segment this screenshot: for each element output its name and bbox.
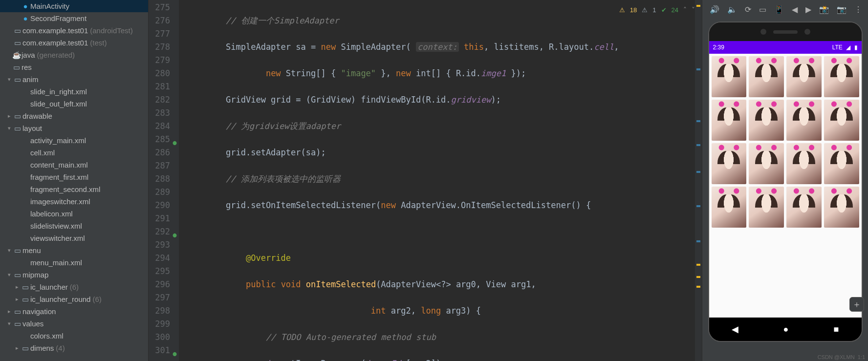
grid-image[interactable] <box>786 143 822 184</box>
expand-icon[interactable]: ▾ <box>6 272 13 278</box>
code-editor[interactable]: 2752762772782792802812822832842852862872… <box>149 0 702 361</box>
error-stripe[interactable] <box>695 0 702 361</box>
grid-image[interactable] <box>712 187 747 228</box>
grid-image[interactable] <box>749 187 784 228</box>
tree-item[interactable]: fragment_first.xml <box>0 171 148 183</box>
tree-item[interactable]: ▸▭ic_launcher(6) <box>0 281 148 293</box>
tree-item[interactable]: slidelistview.xml <box>0 220 148 232</box>
tree-item[interactable]: ▭res <box>0 61 148 73</box>
line-number[interactable]: 277 <box>149 27 170 41</box>
project-tree[interactable]: ●MainActivity●SecondFragment▭com.example… <box>0 0 149 361</box>
line-number[interactable]: 301 <box>149 344 170 357</box>
grid-image[interactable] <box>712 100 747 141</box>
line-number[interactable]: 294 <box>149 252 170 265</box>
expand-icon[interactable]: ▸ <box>14 284 21 290</box>
line-number[interactable]: 291 <box>149 212 170 225</box>
tree-item[interactable]: ☕java(generated) <box>0 49 148 61</box>
emu-toolbar-button[interactable]: 🔈 <box>727 5 737 14</box>
inspection-status[interactable]: ⚠18 ⚠1 ✔24 ˄ ˅ <box>619 3 695 17</box>
down-icon[interactable]: ˅ <box>692 3 695 17</box>
line-number[interactable]: 290 <box>149 199 170 212</box>
tree-item[interactable]: ▾▭menu <box>0 244 148 256</box>
expand-icon[interactable]: ▸ <box>14 345 21 351</box>
tree-item[interactable]: ▾▭values <box>0 318 148 330</box>
line-number[interactable]: 279 <box>149 54 170 67</box>
tree-item[interactable]: ▭com.example.test01(test) <box>0 37 148 49</box>
grid-image[interactable] <box>824 100 859 141</box>
emu-toolbar-button[interactable]: 🔊 <box>710 5 719 14</box>
grid-image[interactable] <box>824 187 859 228</box>
tree-item[interactable]: ▸▭dimens(4) <box>0 342 148 354</box>
expand-icon[interactable]: ▸ <box>6 113 13 119</box>
line-number[interactable]: 282 <box>149 93 170 106</box>
grid-image[interactable] <box>749 100 784 141</box>
expand-icon[interactable]: ▸ <box>14 296 21 302</box>
tree-item[interactable]: ▸▭ic_launcher_round(6) <box>0 293 148 305</box>
app-screen[interactable] <box>709 54 862 318</box>
tree-item[interactable]: content_main.xml <box>0 159 148 171</box>
line-number[interactable]: 295 <box>149 265 170 278</box>
line-number[interactable]: 278 <box>149 41 170 54</box>
tree-item[interactable]: ▸▭navigation <box>0 305 148 318</box>
line-number[interactable]: 287 <box>149 159 170 172</box>
grid-image[interactable] <box>712 143 747 184</box>
line-number[interactable]: 283 <box>149 106 170 120</box>
tree-item[interactable]: ▾▭mipmap <box>0 269 148 281</box>
tree-item[interactable]: labelicon.xml <box>0 208 148 220</box>
emu-toolbar-button[interactable]: 📱 <box>774 5 784 14</box>
tree-item[interactable]: fragment_second.xml <box>0 183 148 195</box>
line-number[interactable]: 299 <box>149 318 170 331</box>
emu-toolbar-button[interactable]: ▶ <box>805 5 811 14</box>
line-number[interactable]: 280 <box>149 67 170 80</box>
line-number[interactable]: 281 <box>149 80 170 93</box>
grid-image[interactable] <box>749 143 784 184</box>
expand-icon[interactable]: ▸ <box>6 308 13 315</box>
line-number[interactable]: 289 <box>149 186 170 199</box>
tree-item[interactable]: ●MainActivity <box>0 0 148 12</box>
home-button[interactable]: ● <box>783 324 789 335</box>
tree-item[interactable]: cell.xml <box>0 147 148 159</box>
grid-image[interactable] <box>749 56 784 97</box>
tree-item[interactable]: viewswitcher.xml <box>0 232 148 244</box>
tree-item[interactable]: imageswitcher.xml <box>0 195 148 208</box>
expand-icon[interactable]: ▾ <box>6 320 13 327</box>
tree-item[interactable]: ▾▭anim <box>0 73 148 85</box>
line-number[interactable]: 298 <box>149 304 170 318</box>
tree-item[interactable]: slide_in_right.xml <box>0 85 148 98</box>
grid-image[interactable] <box>824 143 859 184</box>
line-number[interactable]: 286 <box>149 146 170 159</box>
tree-item[interactable]: slide_out_left.xml <box>0 98 148 110</box>
emu-toolbar-button[interactable]: ⟳ <box>745 5 751 14</box>
line-number[interactable]: 288 <box>149 172 170 186</box>
up-icon[interactable]: ˄ <box>683 3 687 17</box>
line-number[interactable]: 297 <box>149 291 170 304</box>
line-number[interactable]: 284 <box>149 120 170 133</box>
tree-item[interactable]: ▸▭drawable <box>0 110 148 122</box>
expand-icon[interactable]: ▾ <box>6 125 13 131</box>
line-number[interactable]: 300 <box>149 331 170 344</box>
emu-toolbar-button[interactable]: ⋮ <box>854 5 862 14</box>
line-number[interactable]: 293 <box>149 238 170 252</box>
emu-toolbar-button[interactable]: ◀ <box>792 5 798 14</box>
line-number[interactable]: 275 <box>149 1 170 14</box>
grid-image[interactable] <box>786 56 822 97</box>
tree-item[interactable]: ●SecondFragment <box>0 12 148 24</box>
line-number[interactable]: 296 <box>149 278 170 291</box>
tree-item[interactable]: menu_main.xml <box>0 256 148 269</box>
tree-item[interactable]: ▭com.example.test01(androidTest) <box>0 24 148 37</box>
grid-image[interactable] <box>824 56 859 97</box>
grid-image[interactable] <box>786 100 822 141</box>
line-number[interactable]: 285 <box>149 133 170 146</box>
expand-icon[interactable]: ▾ <box>6 247 13 254</box>
emu-toolbar-button[interactable]: 📸 <box>819 5 829 14</box>
emu-toolbar-button[interactable]: 📷 <box>837 5 846 14</box>
grid-image[interactable] <box>786 187 822 228</box>
code-area[interactable]: // 创建一个SimpleAdapter SimpleAdapter sa = … <box>179 0 702 361</box>
tree-item[interactable]: colors.xml <box>0 330 148 342</box>
tree-item[interactable]: ▾▭layout <box>0 122 148 134</box>
emu-toolbar-button[interactable]: ▭ <box>759 5 766 14</box>
line-number[interactable]: 292 <box>149 225 170 238</box>
tree-item[interactable]: activity_main.xml <box>0 134 148 147</box>
back-button[interactable]: ◀ <box>732 324 738 335</box>
recents-button[interactable]: ■ <box>834 324 839 335</box>
